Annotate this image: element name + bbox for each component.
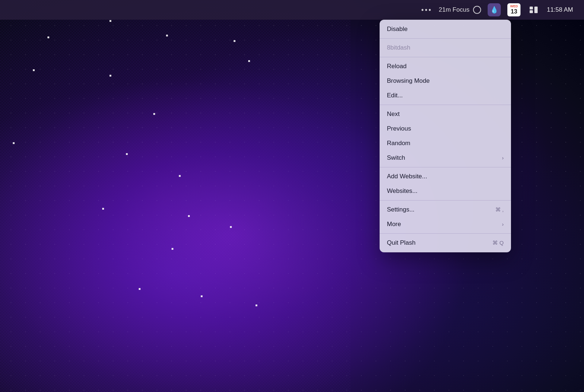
pixel-dot xyxy=(47,36,49,38)
menubar: ••• 21m Focus 💧 WED 13 11:58 AM xyxy=(0,0,584,20)
pixel-dot xyxy=(234,40,235,42)
menu-item-switch[interactable]: Switch › xyxy=(380,151,511,165)
settings-label: Settings... xyxy=(387,206,415,213)
menu-item-8bitdash: 8bitdash xyxy=(380,40,511,55)
separator-5 xyxy=(380,200,511,201)
reload-label: Reload xyxy=(387,63,407,70)
pixel-dot xyxy=(33,69,35,71)
switch-label: Switch xyxy=(387,154,405,162)
separator-6 xyxy=(380,233,511,234)
more-submenu-chevron-icon: › xyxy=(502,221,504,227)
websites-label: Websites... xyxy=(387,187,418,195)
switch-submenu-chevron-icon: › xyxy=(502,155,504,161)
pixel-overlay xyxy=(0,0,350,392)
svg-rect-1 xyxy=(530,10,533,13)
browsing-mode-label: Browsing Mode xyxy=(387,77,430,85)
calendar-icon[interactable]: WED 13 xyxy=(507,3,520,16)
window-manager-icon[interactable] xyxy=(527,3,540,16)
quit-shortcut: ⌘ Q xyxy=(492,240,504,246)
pixel-dot xyxy=(179,175,181,177)
add-website-label: Add Website... xyxy=(387,173,427,180)
separator-4 xyxy=(380,167,511,167)
menubar-focus[interactable]: 21m Focus xyxy=(439,6,481,14)
pixel-dot xyxy=(110,75,111,77)
pixel-dot xyxy=(139,288,141,290)
edit-label: Edit... xyxy=(387,92,403,99)
previous-label: Previous xyxy=(387,125,411,132)
8bitdash-label: 8bitdash xyxy=(387,44,410,51)
settings-shortcut: ⌘ , xyxy=(495,206,504,213)
menubar-right-items: ••• 21m Focus 💧 WED 13 11:58 AM xyxy=(421,3,573,16)
pixel-dot xyxy=(126,153,128,155)
water-drop-icon: 💧 xyxy=(490,6,498,14)
calendar-day-number: 13 xyxy=(511,8,517,15)
more-label: More xyxy=(387,221,401,228)
separator-2 xyxy=(380,57,511,57)
pixel-dot xyxy=(248,60,250,62)
svg-rect-2 xyxy=(534,7,538,13)
menu-item-edit[interactable]: Edit... xyxy=(380,88,511,103)
menu-item-random[interactable]: Random xyxy=(380,136,511,151)
menu-item-add-website[interactable]: Add Website... xyxy=(380,169,511,184)
quit-label: Quit Plash xyxy=(387,239,415,247)
pixel-dot xyxy=(166,35,168,36)
menu-item-disable[interactable]: Disable xyxy=(380,22,511,36)
calendar-day-name: WED xyxy=(510,5,518,8)
separator-1 xyxy=(380,38,511,39)
menu-item-reload[interactable]: Reload xyxy=(380,59,511,74)
separator-3 xyxy=(380,105,511,105)
pixel-dot xyxy=(102,208,104,210)
pixel-dot xyxy=(110,20,111,22)
menu-item-previous[interactable]: Previous xyxy=(380,121,511,136)
focus-circle-icon xyxy=(473,6,481,14)
menubar-dots[interactable]: ••• xyxy=(421,6,432,14)
menu-item-browsing-mode[interactable]: Browsing Mode xyxy=(380,74,511,88)
plash-icon[interactable]: 💧 xyxy=(488,3,501,16)
pixel-dot xyxy=(256,304,257,306)
pixel-dot xyxy=(172,248,173,250)
menu-item-websites[interactable]: Websites... xyxy=(380,184,511,198)
dropdown-menu: Disable 8bitdash Reload Browsing Mode Ed… xyxy=(380,20,511,252)
focus-label: 21m Focus xyxy=(439,6,469,13)
next-label: Next xyxy=(387,110,400,118)
menu-item-quit[interactable]: Quit Plash ⌘ Q xyxy=(380,236,511,250)
pixel-dot xyxy=(201,295,203,297)
menu-item-next[interactable]: Next xyxy=(380,107,511,121)
menu-item-more[interactable]: More › xyxy=(380,217,511,232)
svg-rect-0 xyxy=(530,7,533,9)
pixel-dot xyxy=(230,226,232,228)
random-label: Random xyxy=(387,140,410,147)
disable-label: Disable xyxy=(387,26,408,33)
menu-item-settings[interactable]: Settings... ⌘ , xyxy=(380,202,511,217)
pixel-dot xyxy=(153,113,155,115)
pixel-dot xyxy=(13,142,15,144)
menubar-time: 11:58 AM xyxy=(547,6,573,13)
pixel-dot xyxy=(188,215,190,217)
